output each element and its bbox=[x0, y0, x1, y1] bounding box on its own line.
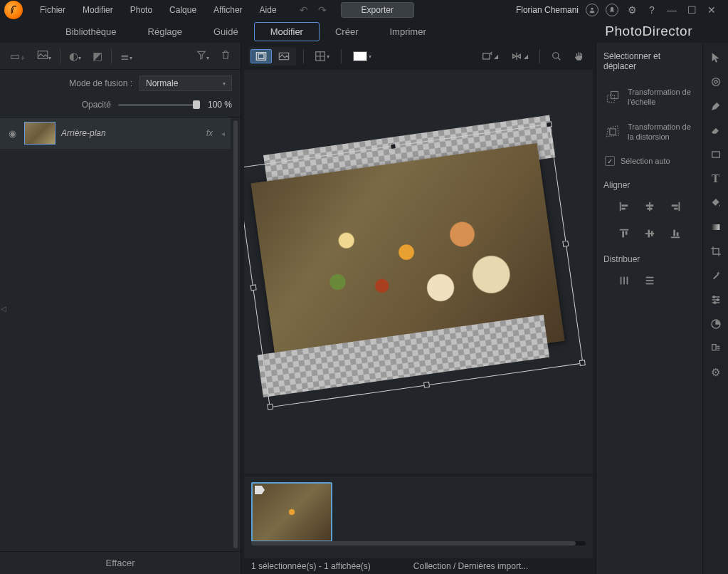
auto-select-checkbox[interactable]: ✓ bbox=[605, 156, 615, 166]
text-tool-icon[interactable]: T bbox=[707, 169, 725, 188]
maximize-icon[interactable]: ☐ bbox=[685, 4, 698, 16]
svg-point-35 bbox=[712, 78, 719, 86]
layer-thumbnail[interactable] bbox=[24, 122, 56, 145]
pen-tool-icon[interactable] bbox=[707, 97, 725, 115]
color-swatch[interactable]: ▾ bbox=[349, 49, 376, 63]
menu-photo[interactable]: Photo bbox=[123, 2, 159, 18]
zoom-icon[interactable] bbox=[547, 49, 566, 63]
export-button[interactable]: Exporter bbox=[341, 2, 414, 18]
svg-rect-21 bbox=[622, 231, 624, 238]
mask-square-icon[interactable]: ◩ bbox=[90, 47, 105, 66]
tab-bibliotheque[interactable]: Bibliothèque bbox=[50, 23, 132, 41]
menu-calque[interactable]: Calque bbox=[162, 2, 204, 18]
transform-distort-button[interactable]: Transformation de la distorsion bbox=[603, 118, 695, 147]
add-layer-icon[interactable]: ▭₊ bbox=[7, 47, 28, 66]
distribute-h-icon[interactable] bbox=[616, 273, 632, 288]
user-name: Florian Chemani bbox=[516, 5, 579, 15]
layer-scrollbar[interactable] bbox=[233, 120, 238, 548]
filter-icon[interactable]: ▾ bbox=[194, 47, 212, 65]
svg-point-7 bbox=[553, 53, 559, 58]
gradient-tool-icon[interactable] bbox=[707, 218, 725, 236]
align-center-v-icon[interactable] bbox=[642, 226, 658, 241]
handle-mid-right[interactable] bbox=[562, 241, 569, 247]
handle-bottom-left[interactable] bbox=[267, 404, 273, 410]
user-icon[interactable] bbox=[586, 4, 598, 16]
svg-rect-30 bbox=[623, 277, 625, 285]
tab-creer[interactable]: Créer bbox=[320, 23, 374, 41]
redo-icon[interactable]: ↷ bbox=[315, 3, 329, 17]
handle-mid-left[interactable] bbox=[250, 284, 257, 291]
distribute-v-icon[interactable] bbox=[642, 273, 658, 288]
svg-rect-42 bbox=[712, 345, 715, 350]
list-icon[interactable]: ≣▾ bbox=[117, 47, 135, 66]
svg-rect-6 bbox=[483, 53, 490, 59]
minimize-icon[interactable]: — bbox=[665, 4, 678, 16]
add-image-layer-icon[interactable]: ▾ bbox=[34, 47, 54, 65]
filmstrip-scrollbar[interactable] bbox=[251, 541, 586, 546]
view-fit-icon[interactable] bbox=[250, 49, 272, 63]
filmstrip-thumbnail[interactable] bbox=[251, 482, 332, 542]
align-bottom-icon[interactable] bbox=[668, 226, 683, 241]
crop-tool-icon[interactable] bbox=[707, 242, 725, 261]
tab-reglage[interactable]: Réglage bbox=[132, 23, 198, 41]
align-left-icon[interactable] bbox=[616, 199, 632, 214]
pointer-tool-icon[interactable] bbox=[707, 48, 725, 67]
view-image-icon[interactable] bbox=[274, 50, 294, 63]
align-top-icon[interactable] bbox=[616, 226, 632, 241]
svg-rect-2 bbox=[258, 54, 264, 59]
pan-icon[interactable] bbox=[570, 49, 589, 63]
blend-mode-select[interactable]: Normale▾ bbox=[139, 75, 232, 91]
mask-circle-icon[interactable]: ◐▾ bbox=[66, 47, 84, 66]
clear-button[interactable]: Effacer bbox=[0, 551, 241, 574]
fill-tool-icon[interactable] bbox=[707, 194, 725, 212]
menu-fichier[interactable]: Fichier bbox=[33, 2, 73, 18]
close-icon[interactable]: ✕ bbox=[705, 4, 718, 16]
sliders-tool-icon[interactable] bbox=[707, 291, 725, 309]
tab-imprimer[interactable]: Imprimer bbox=[374, 23, 441, 41]
rotate-left-icon[interactable]: ◢ bbox=[477, 49, 502, 63]
expand-left-icon[interactable]: ◁ bbox=[0, 294, 7, 323]
help-icon[interactable]: ? bbox=[645, 4, 658, 16]
menu-aide[interactable]: Aide bbox=[253, 2, 284, 18]
handle-bottom-mid[interactable] bbox=[423, 382, 430, 388]
app-logo[interactable] bbox=[4, 1, 23, 19]
gear-tool-icon[interactable]: ⚙ bbox=[707, 363, 725, 382]
menu-afficher[interactable]: Afficher bbox=[206, 2, 249, 18]
transform-scale-label: Transformation de l'échelle bbox=[628, 87, 694, 108]
rectangle-tool-icon[interactable] bbox=[707, 145, 725, 164]
align-right-icon[interactable] bbox=[668, 199, 683, 214]
svg-point-39 bbox=[717, 299, 719, 301]
transform-scale-button[interactable]: Transformation de l'échelle bbox=[603, 83, 695, 112]
tab-modifier[interactable]: Modifier bbox=[254, 22, 320, 41]
layer-fx-button[interactable]: fx bbox=[204, 128, 216, 138]
flip-icon[interactable]: ◢ bbox=[507, 49, 532, 63]
trash-icon[interactable] bbox=[218, 47, 233, 65]
svg-rect-22 bbox=[625, 231, 627, 235]
tab-guide[interactable]: Guidé bbox=[198, 23, 254, 41]
svg-rect-25 bbox=[650, 231, 653, 236]
svg-rect-33 bbox=[646, 281, 654, 282]
undo-icon[interactable]: ↶ bbox=[297, 3, 311, 17]
notifications-icon[interactable] bbox=[606, 4, 618, 16]
menu-modifier[interactable]: Modifier bbox=[75, 2, 120, 18]
status-selection: 1 sélectionnée(s) - 1 affichée(s) bbox=[251, 561, 371, 571]
brush-tool-icon[interactable] bbox=[707, 73, 725, 91]
layer-row[interactable]: ◉ Arrière-plan fx ◂ bbox=[0, 118, 231, 149]
opacity-slider[interactable] bbox=[118, 104, 196, 106]
svg-rect-13 bbox=[621, 208, 625, 210]
svg-rect-12 bbox=[621, 205, 628, 207]
layers-tool-icon[interactable] bbox=[707, 339, 725, 358]
clock-tool-icon[interactable] bbox=[707, 315, 725, 333]
settings-icon[interactable]: ⚙ bbox=[626, 4, 638, 16]
svg-rect-24 bbox=[648, 230, 650, 238]
handle-bottom-right[interactable] bbox=[579, 360, 586, 366]
align-center-h-icon[interactable] bbox=[642, 199, 658, 214]
grid-icon[interactable]: ▾ bbox=[311, 49, 334, 63]
svg-rect-10 bbox=[610, 129, 616, 135]
svg-point-40 bbox=[714, 302, 716, 304]
layer-collapse-icon[interactable]: ◂ bbox=[221, 130, 225, 137]
magic-tool-icon[interactable] bbox=[707, 266, 725, 285]
eraser-tool-icon[interactable] bbox=[707, 121, 725, 140]
visibility-icon[interactable]: ◉ bbox=[6, 128, 19, 139]
canvas[interactable] bbox=[244, 70, 593, 474]
